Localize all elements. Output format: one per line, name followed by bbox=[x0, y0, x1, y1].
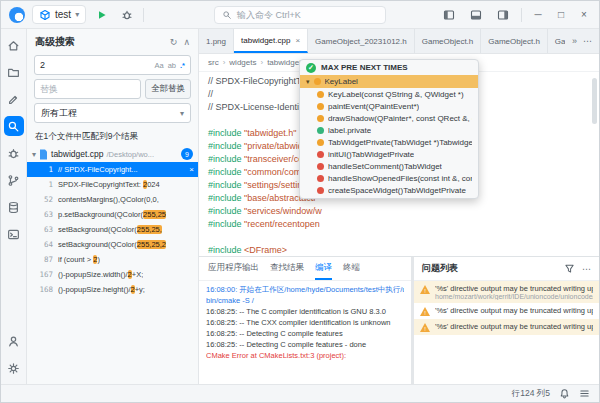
output-tab[interactable]: 查找结果 bbox=[270, 257, 304, 280]
command-palette[interactable]: 输入命令 Ctrl+K bbox=[214, 6, 386, 24]
chevron-down-icon: ▾ bbox=[32, 150, 36, 159]
completion-item[interactable]: KeyLabel(const QString &, QWidget *) bbox=[300, 88, 478, 100]
code-line: #include "services/window/w bbox=[208, 206, 599, 219]
bottom-panel: 应用程序输出 查找结果 编译 终端 16:08:00: 开始在工作区/home/… bbox=[199, 256, 599, 384]
completion-item[interactable]: handleSetComment()TabWidget bbox=[300, 160, 478, 172]
search-result-row[interactable]: 168 ()-popupSize.height()/2+y; bbox=[27, 282, 198, 297]
breadcrumb-item[interactable]: › src bbox=[208, 58, 219, 67]
result-file-name: tabwidget.cpp bbox=[51, 149, 103, 159]
completion-popup-header: ✓ MAX PRE NEXT TIMES bbox=[300, 60, 478, 75]
editor-tab[interactable]: GameObject_20231012.h bbox=[308, 29, 415, 53]
editor-tab[interactable]: GameObject.h bbox=[548, 29, 565, 53]
tab-overflow-icon[interactable]: » bbox=[572, 36, 577, 46]
search-result-row[interactable]: 63 setBackground(QColor(255,25, bbox=[27, 222, 198, 237]
tab-close-icon[interactable]: × bbox=[295, 36, 300, 45]
activity-edit[interactable] bbox=[4, 89, 24, 109]
search-scope-select[interactable]: 所有工程 ▾ bbox=[34, 103, 191, 123]
close-button[interactable]: × bbox=[577, 9, 591, 20]
replace-input[interactable]: 替换 bbox=[34, 79, 141, 99]
symbol-kind-icon bbox=[317, 115, 324, 122]
output-tab[interactable]: 终端 bbox=[343, 257, 360, 280]
editor-tab[interactable]: GameObject.h bbox=[415, 29, 482, 53]
symbol-kind-icon bbox=[317, 139, 324, 146]
debug-button[interactable] bbox=[118, 6, 136, 24]
dismiss-result-icon[interactable]: × bbox=[185, 165, 194, 174]
project-cube-icon bbox=[39, 9, 51, 21]
maximize-button[interactable]: □ bbox=[554, 9, 568, 20]
toggle-right-panel-button[interactable] bbox=[494, 6, 512, 24]
activity-database[interactable] bbox=[4, 197, 24, 217]
refresh-icon[interactable]: ↻ bbox=[170, 37, 178, 47]
minimize-button[interactable]: ─ bbox=[531, 9, 545, 20]
activity-terminal[interactable] bbox=[4, 224, 24, 244]
search-result-row[interactable]: 64 setBackground(QColor(255,25,2 bbox=[27, 237, 198, 252]
editor-tab[interactable]: GameObject.h bbox=[481, 29, 548, 53]
titlebar: test ▾ 输入命令 Ctrl+K bbox=[1, 1, 599, 29]
chevron-down-icon: ▾ bbox=[75, 10, 79, 19]
replace-all-button[interactable]: 全部替换 bbox=[145, 79, 191, 99]
problem-item[interactable]: ! '%s' directive output may be truncated… bbox=[414, 319, 599, 335]
symbol-kind-icon bbox=[317, 175, 324, 182]
search-input[interactable]: 2 Aa ab .* bbox=[34, 55, 191, 75]
toggle-bottom-panel-button[interactable] bbox=[467, 6, 485, 24]
completion-item[interactable]: label.private bbox=[300, 124, 478, 136]
bell-icon[interactable] bbox=[559, 388, 570, 399]
toggle-left-panel-button[interactable] bbox=[440, 6, 458, 24]
symbol-kind-icon bbox=[317, 163, 324, 170]
chevron-down-icon: ▾ bbox=[306, 78, 310, 86]
result-file-row[interactable]: ▾ tabwidget.cpp /Desktop/wo... 9 bbox=[27, 146, 198, 162]
filter-icon[interactable] bbox=[564, 263, 575, 274]
activity-account[interactable] bbox=[4, 331, 24, 351]
menu-icon[interactable] bbox=[579, 388, 590, 399]
search-result-row[interactable]: 167 ()-popupSize.width()/2+X; bbox=[27, 267, 198, 282]
search-result-row[interactable]: 63 p.setBackground(QColor(255,25 bbox=[27, 207, 198, 222]
activity-debug[interactable] bbox=[4, 143, 24, 163]
problems-pane: 问题列表 ⋯ ! '%s' directive output ma bbox=[413, 257, 599, 384]
activity-search[interactable] bbox=[4, 116, 24, 136]
search-result-row[interactable]: 1 // SPDX-FileCopyright... × bbox=[27, 162, 198, 177]
completion-item[interactable]: TabWidgetPrivate(TabWidget *)TabwidgetPr… bbox=[300, 136, 478, 148]
activity-vcs[interactable] bbox=[4, 170, 24, 190]
collapse-panel-icon[interactable]: ∧ bbox=[183, 37, 190, 47]
search-result-row[interactable]: 87 if (count > 2) bbox=[27, 252, 198, 267]
completion-item[interactable]: drawShadow(QPainter*, const QRect &, con… bbox=[300, 112, 478, 124]
debug-icon bbox=[7, 147, 20, 160]
regex-toggle[interactable]: .* bbox=[180, 61, 185, 70]
whole-word-toggle[interactable]: ab bbox=[168, 61, 176, 70]
run-button[interactable] bbox=[93, 6, 111, 24]
symbol-kind-icon bbox=[317, 91, 324, 98]
home-icon bbox=[7, 39, 20, 52]
console-line: 16:08:25: -- Detecting C compile feature… bbox=[206, 329, 404, 340]
problem-item[interactable]: ! '%s' directive output may be truncated… bbox=[414, 303, 599, 319]
search-panel-header: 高级搜索 ↻ ∧ bbox=[27, 29, 198, 53]
search-value: 2 bbox=[40, 60, 45, 70]
activity-home[interactable] bbox=[4, 35, 24, 55]
output-tab[interactable]: 编译 bbox=[315, 257, 332, 280]
chevron-down-icon: ▾ bbox=[180, 109, 184, 118]
completion-list: KeyLabel(const QString &, QWidget *) pai… bbox=[300, 88, 478, 196]
problems-header: 问题列表 ⋯ bbox=[414, 257, 599, 281]
bug-icon bbox=[121, 9, 133, 21]
app-logo-icon bbox=[9, 7, 25, 23]
completion-class-row[interactable]: ▾ KeyLabel bbox=[300, 75, 478, 88]
search-result-row[interactable]: 1 SPDX-FileCopyrightText: 2024 bbox=[27, 177, 198, 192]
completion-item[interactable]: handleShowOpenedFiles(const int &, const… bbox=[300, 172, 478, 184]
cursor-position[interactable]: 行124 列5 bbox=[512, 388, 550, 400]
completion-item[interactable]: createSpaceWidget()TabWidgetPrivate bbox=[300, 184, 478, 196]
problem-item[interactable]: ! '%s' directive output may be truncated… bbox=[414, 281, 599, 303]
completion-item[interactable]: initUI()TabWidgetPrivate bbox=[300, 148, 478, 160]
editor-tab[interactable]: 1.png bbox=[199, 29, 234, 53]
tab-more-icon[interactable]: ⋯ bbox=[583, 36, 592, 46]
build-output-console[interactable]: 16:08:00: 开始在工作区/home/hyde/Documents/tes… bbox=[199, 281, 411, 384]
editor-tab[interactable]: tabwidget.cpp × bbox=[234, 29, 308, 53]
activity-settings[interactable] bbox=[4, 358, 24, 378]
match-case-toggle[interactable]: Aa bbox=[154, 61, 163, 70]
completion-item[interactable]: paintEvent(QPaintEvent*) bbox=[300, 100, 478, 112]
activity-explorer[interactable] bbox=[4, 62, 24, 82]
output-tab[interactable]: 应用程序输出 bbox=[208, 257, 259, 280]
breadcrumb-item[interactable]: › widgets bbox=[223, 58, 257, 67]
more-icon[interactable]: ⋯ bbox=[582, 264, 591, 274]
symbol-kind-icon bbox=[317, 103, 324, 110]
project-selector[interactable]: test ▾ bbox=[32, 5, 86, 24]
search-result-row[interactable]: 52 contentsMargins(),QColor(0,0, bbox=[27, 192, 198, 207]
